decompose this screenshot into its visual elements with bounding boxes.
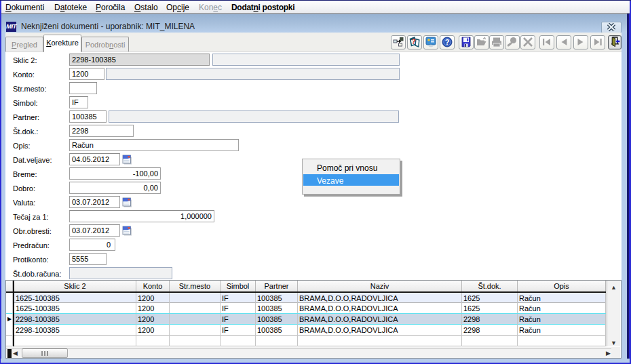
svg-text:?: ? [445, 38, 450, 46]
svg-text:?: ? [411, 38, 415, 45]
